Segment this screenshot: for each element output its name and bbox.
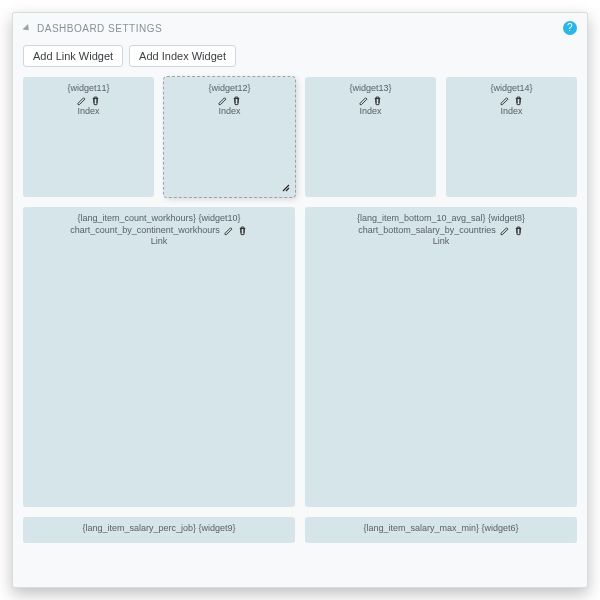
widget-row-small: {widget11} Index {widget12} Index {widge… <box>23 77 577 197</box>
edit-icon[interactable] <box>217 95 228 106</box>
widget-name: {widget11} <box>67 83 109 95</box>
section-header: DASHBOARD SETTINGS ? <box>13 13 587 41</box>
toolbar: Add Link Widget Add Index Widget <box>13 41 587 77</box>
edit-icon[interactable] <box>358 95 369 106</box>
widget-type: Index <box>359 106 381 116</box>
widget-stub-9[interactable]: {lang_item_salary_perc_job} {widget9} <box>23 517 295 543</box>
resize-handle-icon[interactable] <box>280 182 292 194</box>
widget-small-12[interactable]: {widget12} Index <box>164 77 295 197</box>
section-title: DASHBOARD SETTINGS <box>37 23 162 34</box>
edit-icon[interactable] <box>223 225 234 236</box>
widget-title-line2: chart_count_by_continent_workhours <box>70 225 220 237</box>
widget-title-line1: {lang_item_bottom_10_avg_sal} {widget8} <box>357 213 525 225</box>
delete-icon[interactable] <box>90 95 101 106</box>
widget-type: Link <box>433 236 450 246</box>
widget-type: Link <box>151 236 168 246</box>
widget-type: Index <box>500 106 522 116</box>
widget-title-line1: {lang_item_count_workhours} {widget10} <box>77 213 240 225</box>
widget-grid: {widget11} Index {widget12} Index {widge… <box>13 77 587 563</box>
widget-small-13[interactable]: {widget13} Index <box>305 77 436 197</box>
widget-title: {lang_item_salary_max_min} {widget6} <box>363 523 518 535</box>
collapse-caret-icon[interactable] <box>22 23 31 32</box>
widget-small-11[interactable]: {widget11} Index <box>23 77 154 197</box>
dashboard-settings-window: DASHBOARD SETTINGS ? Add Link Widget Add… <box>12 12 588 588</box>
widget-row-large: {lang_item_count_workhours} {widget10} c… <box>23 207 577 507</box>
widget-stub-6[interactable]: {lang_item_salary_max_min} {widget6} <box>305 517 577 543</box>
delete-icon[interactable] <box>231 95 242 106</box>
add-index-widget-button[interactable]: Add Index Widget <box>129 45 236 67</box>
widget-name: {widget14} <box>490 83 532 95</box>
widget-type: Index <box>77 106 99 116</box>
widget-large-8[interactable]: {lang_item_bottom_10_avg_sal} {widget8} … <box>305 207 577 507</box>
add-link-widget-button[interactable]: Add Link Widget <box>23 45 123 67</box>
delete-icon[interactable] <box>237 225 248 236</box>
delete-icon[interactable] <box>372 95 383 106</box>
widget-type: Index <box>218 106 240 116</box>
edit-icon[interactable] <box>76 95 87 106</box>
widget-title-line2: chart_bottom_salary_by_countries <box>358 225 496 237</box>
widget-small-14[interactable]: {widget14} Index <box>446 77 577 197</box>
edit-icon[interactable] <box>499 95 510 106</box>
widget-title: {lang_item_salary_perc_job} {widget9} <box>82 523 235 535</box>
delete-icon[interactable] <box>513 225 524 236</box>
delete-icon[interactable] <box>513 95 524 106</box>
widget-name: {widget12} <box>208 83 250 95</box>
edit-icon[interactable] <box>499 225 510 236</box>
widget-large-10[interactable]: {lang_item_count_workhours} {widget10} c… <box>23 207 295 507</box>
widget-name: {widget13} <box>349 83 391 95</box>
widget-row-stub: {lang_item_salary_perc_job} {widget9} {l… <box>23 517 577 543</box>
help-icon[interactable]: ? <box>563 21 577 35</box>
